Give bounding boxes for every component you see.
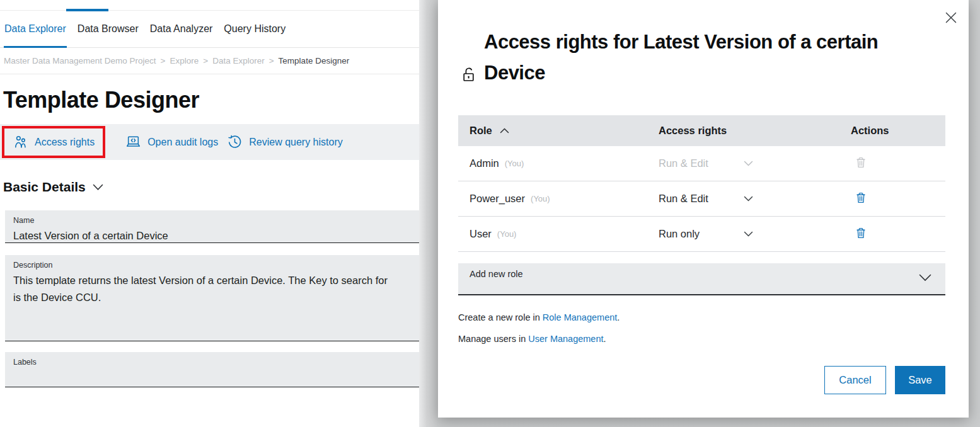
lock-open-icon [462,67,476,88]
access-rights-value: Run only [659,228,700,240]
role-header-label: Role [470,125,492,137]
access-rights-modal: Access rights for Latest Version of a ce… [438,0,969,418]
caret-up-icon [500,128,509,134]
role-cell: User (You) [458,228,659,240]
table-row-power-user: Power_user (You) Run & Edit [458,181,945,217]
role-management-link[interactable]: Role Management [543,312,618,322]
tab-data-analyzer[interactable]: Data Analyzer [149,11,214,47]
close-icon[interactable] [943,10,959,25]
history-clock-icon [227,134,243,150]
basic-details-heading: Basic Details [3,179,86,195]
breadcrumb-item-project[interactable]: Master Data Management Demo Project [4,56,156,65]
modal-title-row: Access rights for Latest Version of a ce… [462,0,900,88]
add-new-role-label: Add new role [470,269,523,279]
open-audit-logs-label: Open audit logs [147,137,218,148]
column-header-actions: Actions [851,125,945,137]
access-rights-table: Role Access rights Actions Admin (You) R… [458,115,945,252]
role-name: Admin [470,157,499,169]
role-cell: Power_user (You) [458,193,659,205]
you-tag: (You) [497,229,517,239]
role-management-note: Create a new role in Role Management. [458,312,620,322]
laptop-code-icon [125,134,141,150]
access-rights-select[interactable]: Run & Edit [659,193,753,205]
access-rights-select[interactable]: Run only [659,228,753,240]
cancel-button[interactable]: Cancel [824,366,886,394]
review-query-history-label: Review query history [249,137,343,148]
breadcrumb-item-template-designer: Template Designer [279,56,350,65]
access-rights-button[interactable]: Access rights [13,134,95,150]
tab-label: Data Browser [78,23,139,35]
note-text: . [617,312,620,322]
column-header-role[interactable]: Role [458,125,659,137]
tab-label: Query History [224,23,285,35]
tab-data-browser[interactable]: Data Browser [77,11,139,47]
tab-label: Data Analyzer [150,23,213,35]
tab-label: Data Explorer [4,23,66,35]
access-rights-select: Run & Edit [659,157,753,169]
table-row-user: User (You) Run only [458,217,945,252]
review-query-history-button[interactable]: Review query history [227,134,343,150]
access-rights-label: Access rights [35,137,95,148]
access-rights-highlight-box: Access rights [2,126,105,158]
table-row-admin: Admin (You) Run & Edit [458,146,945,181]
chevron-down-icon [93,184,103,191]
breadcrumb-separator: > [269,56,274,65]
people-icon [13,134,28,150]
column-header-access-rights[interactable]: Access rights [659,125,851,137]
role-name: Power_user [470,193,525,205]
access-rights-value: Run & Edit [659,193,708,205]
note-text: . [604,334,606,344]
tab-data-explorer[interactable]: Data Explorer [4,11,67,47]
add-new-role-select[interactable]: Add new role [458,263,945,295]
you-tag: (You) [505,159,524,168]
breadcrumb-separator: > [161,56,166,65]
breadcrumb-item-data-explorer[interactable]: Data Explorer [212,56,265,65]
breadcrumb-item-explore[interactable]: Explore [170,56,199,65]
delete-role-icon[interactable] [854,190,870,206]
table-header-row: Role Access rights Actions [458,115,945,146]
access-rights-value: Run & Edit [659,157,708,169]
delete-role-icon [854,154,870,171]
modal-title: Access rights for Latest Version of a ce… [484,26,900,88]
save-button[interactable]: Save [895,366,945,394]
open-audit-logs-button[interactable]: Open audit logs [125,134,218,150]
modal-notes: Create a new role in Role Management. Ma… [458,312,620,355]
role-name: User [470,228,492,240]
tab-query-history[interactable]: Query History [223,11,286,47]
delete-role-icon[interactable] [854,225,870,241]
breadcrumb-separator: > [203,56,208,65]
user-management-link[interactable]: User Management [528,334,603,344]
you-tag: (You) [531,194,550,203]
modal-button-row: Cancel Save [824,366,945,394]
note-text: Create a new role in [458,312,543,322]
note-text: Manage users in [458,334,528,344]
role-cell: Admin (You) [458,157,659,169]
user-management-note: Manage users in User Management. [458,334,620,344]
